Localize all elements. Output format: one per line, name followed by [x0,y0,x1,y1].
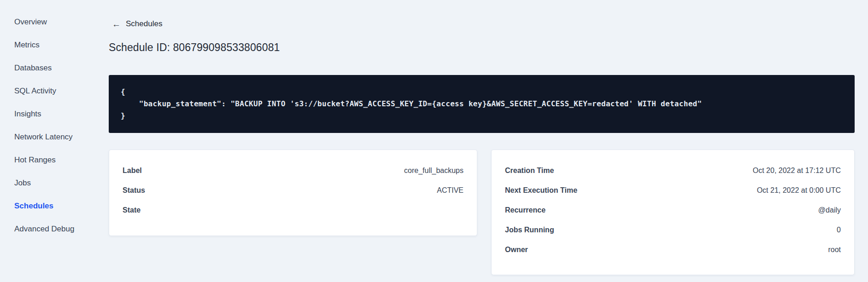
row-label: Label [123,167,142,175]
row-label: State [123,206,141,214]
row-label: Next Execution Time [505,186,577,195]
detail-row-label: Label core_full_backups [123,161,463,180]
row-label: Status [123,186,145,195]
detail-row-recurrence: Recurrence @daily [505,200,841,220]
code-line: "backup_statement": "BACKUP INTO 's3://b… [121,98,843,110]
sidebar-item-schedules[interactable]: Schedules [0,195,109,218]
sidebar-item-jobs[interactable]: Jobs [0,172,109,195]
detail-row-state: State [123,200,463,220]
sidebar-item-sql-activity[interactable]: SQL Activity [0,80,109,103]
breadcrumb-label: Schedules [126,19,162,29]
row-value: @daily [818,206,841,214]
sidebar-item-hot-ranges[interactable]: Hot Ranges [0,149,109,172]
detail-row-status: Status ACTIVE [123,180,463,200]
row-label: Jobs Running [505,226,554,234]
row-value: Oct 21, 2022 at 0:00 UTC [757,186,841,195]
sidebar-item-databases[interactable]: Databases [0,57,109,80]
schedule-details-card: Label core_full_backups Status ACTIVE St… [109,150,477,236]
code-line: { [121,86,843,98]
row-label: Recurrence [505,206,545,214]
breadcrumb-back-link[interactable]: ← Schedules [109,19,162,29]
row-value: 0 [837,226,841,234]
sidebar-item-network-latency[interactable]: Network Latency [0,126,109,149]
row-label: Owner [505,246,528,254]
sidebar-item-advanced-debug[interactable]: Advanced Debug [0,218,109,241]
main-content: ← Schedules Schedule ID: 806799098533806… [109,0,868,282]
page-title: Schedule ID: 806799098533806081 [109,41,855,54]
sidebar-item-insights[interactable]: Insights [0,103,109,126]
row-label: Creation Time [505,167,554,175]
back-arrow-icon: ← [112,20,121,29]
sidebar-nav: Overview Metrics Databases SQL Activity … [0,11,109,241]
detail-row-owner: Owner root [505,240,841,259]
row-value: ACTIVE [437,186,463,195]
row-value: root [828,246,841,254]
row-value: core_full_backups [404,167,463,175]
row-value: Oct 20, 2022 at 17:12 UTC [753,167,841,175]
sidebar: Overview Metrics Databases SQL Activity … [0,0,109,282]
schedule-timing-card: Creation Time Oct 20, 2022 at 17:12 UTC … [491,150,855,275]
detail-row-next-execution-time: Next Execution Time Oct 21, 2022 at 0:00… [505,180,841,200]
detail-row-jobs-running: Jobs Running 0 [505,220,841,240]
sidebar-item-metrics[interactable]: Metrics [0,34,109,57]
backup-statement-code-block: { "backup_statement": "BACKUP INTO 's3:/… [109,75,855,133]
sidebar-item-overview[interactable]: Overview [0,11,109,34]
detail-cards: Label core_full_backups Status ACTIVE St… [109,150,855,275]
code-line: } [121,110,843,122]
detail-row-creation-time: Creation Time Oct 20, 2022 at 17:12 UTC [505,161,841,180]
